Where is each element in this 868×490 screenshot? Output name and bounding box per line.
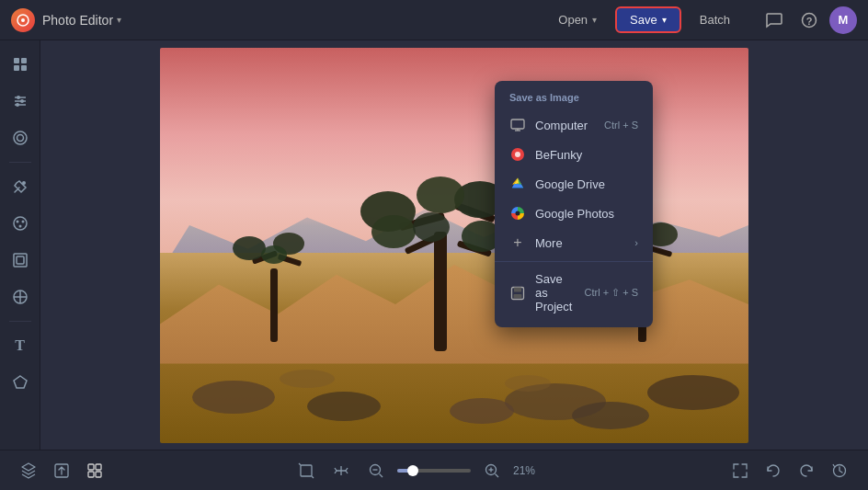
svg-point-16	[22, 181, 26, 185]
sidebar-divider-2	[9, 321, 31, 322]
crop-button[interactable]	[292, 457, 320, 484]
batch-button[interactable]: Batch	[689, 7, 741, 32]
svg-point-53	[450, 398, 514, 424]
dropdown-befunky-label: BeFunky	[535, 148, 638, 162]
svg-point-41	[233, 236, 266, 260]
dropdown-save-project-shortcut: Ctrl + ⇧ + S	[584, 287, 638, 299]
zoom-slider-thumb	[407, 465, 418, 476]
zoom-out-button[interactable]	[362, 457, 390, 484]
app-title-button[interactable]: Photo Editor ▾	[42, 13, 121, 28]
comment-button[interactable]	[760, 6, 789, 35]
open-chevron: ▾	[592, 15, 597, 25]
zoom-slider[interactable]	[397, 469, 471, 473]
dropdown-item-computer[interactable]: Computer Ctrl + S	[495, 110, 653, 140]
fit-screen-button[interactable]	[726, 457, 754, 484]
transform-button[interactable]	[327, 457, 355, 484]
svg-point-1	[21, 18, 25, 22]
dropdown-gdrive-label: Google Drive	[535, 177, 638, 191]
app-title-chevron: ▾	[117, 15, 121, 25]
topbar: Photo Editor ▾ Open ▾ Save ▾ Batch ? M	[0, 0, 868, 40]
sidebar-item-frames[interactable]	[4, 244, 37, 277]
sidebar: T	[0, 40, 40, 450]
svg-rect-5	[21, 58, 27, 63]
dropdown-item-save-project[interactable]: Save as Project Ctrl + ⇧ + S	[495, 266, 653, 320]
svg-point-20	[18, 225, 21, 228]
dropdown-item-more[interactable]: + More ›	[495, 228, 653, 257]
bottombar-right	[726, 457, 853, 484]
svg-point-36	[417, 177, 464, 213]
export-button[interactable]	[48, 457, 75, 484]
zoom-in-button[interactable]	[478, 457, 506, 484]
save-project-icon	[509, 285, 526, 302]
svg-text:?: ?	[806, 15, 813, 26]
redo-button[interactable]	[793, 457, 820, 484]
sidebar-item-art[interactable]	[4, 207, 37, 240]
svg-point-19	[21, 221, 24, 223]
main-content: T	[0, 40, 868, 450]
svg-rect-7	[21, 65, 27, 71]
dropdown-computer-shortcut: Ctrl + S	[604, 120, 638, 131]
svg-rect-38	[270, 268, 278, 342]
save-button[interactable]: Save ▾	[615, 6, 681, 33]
sidebar-item-home[interactable]	[4, 48, 37, 81]
sidebar-item-retouch[interactable]	[4, 170, 37, 203]
sidebar-item-text[interactable]: T	[4, 329, 37, 362]
svg-point-54	[572, 402, 649, 429]
zoom-level: 21%	[513, 464, 542, 477]
svg-point-61	[515, 152, 520, 157]
dropdown-item-befunky[interactable]: BeFunky	[495, 140, 653, 169]
svg-point-52	[647, 375, 739, 410]
bottombar-left	[15, 457, 108, 484]
svg-point-56	[505, 375, 551, 392]
befunky-icon	[509, 146, 526, 163]
svg-line-73	[299, 463, 301, 465]
svg-rect-6	[14, 65, 19, 71]
dropdown-header: Save as Image	[495, 88, 653, 110]
history-button[interactable]	[826, 457, 853, 484]
computer-icon	[509, 117, 526, 133]
svg-point-14	[14, 131, 27, 144]
sidebar-item-adjustments[interactable]	[4, 85, 37, 118]
svg-rect-65	[514, 287, 521, 291]
svg-marker-26	[14, 376, 27, 388]
svg-point-13	[16, 103, 19, 107]
svg-line-74	[312, 476, 314, 478]
dropdown-more-label: More	[535, 236, 625, 250]
svg-point-50	[307, 392, 381, 421]
svg-point-34	[371, 215, 416, 248]
svg-point-18	[16, 221, 18, 223]
user-avatar[interactable]: M	[829, 6, 857, 34]
sidebar-item-overlays[interactable]	[4, 280, 37, 313]
bottombar: 21%	[0, 450, 868, 490]
dropdown-item-gdrive[interactable]: Google Drive	[495, 169, 653, 199]
svg-rect-70	[88, 472, 94, 477]
svg-rect-22	[17, 256, 24, 264]
layers-button[interactable]	[15, 457, 42, 484]
grid-button[interactable]	[81, 457, 108, 484]
svg-point-43	[261, 245, 287, 264]
svg-rect-4	[14, 58, 19, 63]
svg-rect-21	[14, 254, 27, 267]
svg-point-17	[14, 217, 27, 230]
svg-rect-69	[96, 464, 101, 470]
svg-line-81	[496, 473, 499, 477]
svg-point-37	[413, 212, 450, 242]
sidebar-item-effects[interactable]	[4, 121, 37, 154]
svg-point-49	[192, 381, 275, 414]
open-button[interactable]: Open ▾	[547, 7, 608, 32]
svg-point-63	[516, 211, 520, 216]
sidebar-item-graphics[interactable]	[4, 366, 37, 399]
topbar-right: ? M	[760, 6, 857, 35]
save-dropdown: Save as Image Computer Ctrl + S	[495, 81, 653, 327]
gphotos-icon	[509, 205, 526, 222]
dropdown-item-gphotos[interactable]: Google Photos	[495, 199, 653, 228]
app-title-label: Photo Editor	[42, 13, 113, 28]
undo-button[interactable]	[760, 457, 787, 484]
dropdown-save-project-label: Save as Project	[535, 272, 575, 313]
canvas-area: Save as Image Computer Ctrl + S	[40, 40, 868, 450]
bottombar-center: 21%	[108, 457, 726, 484]
dropdown-gphotos-label: Google Photos	[535, 207, 638, 221]
svg-line-77	[380, 473, 383, 477]
help-button[interactable]: ?	[794, 6, 824, 35]
dropdown-divider	[495, 261, 653, 262]
